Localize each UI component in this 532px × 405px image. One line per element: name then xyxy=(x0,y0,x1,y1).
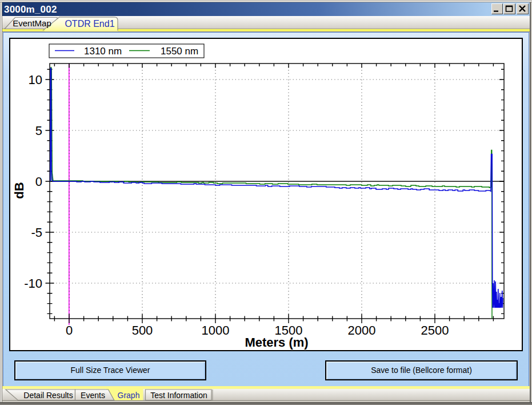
svg-text:5: 5 xyxy=(35,124,42,138)
svg-text:1000: 1000 xyxy=(202,323,230,338)
svg-text:Events: Events xyxy=(81,391,105,400)
svg-text:Test Information: Test Information xyxy=(150,391,207,400)
svg-text:1550 nm: 1550 nm xyxy=(161,46,198,57)
svg-text:500: 500 xyxy=(132,323,153,338)
svg-text:dB: dB xyxy=(12,182,26,198)
svg-text:1310 nm: 1310 nm xyxy=(84,46,122,57)
svg-text:10: 10 xyxy=(29,73,42,87)
svg-text:2500: 2500 xyxy=(421,323,449,338)
svg-text:OTDR End1: OTDR End1 xyxy=(65,19,114,29)
svg-text:0: 0 xyxy=(35,174,42,189)
svg-text:-10: -10 xyxy=(24,276,42,291)
svg-text:Meters (m): Meters (m) xyxy=(245,335,308,350)
svg-text:EventMap: EventMap xyxy=(13,18,51,28)
svg-text:Detail Results: Detail Results xyxy=(23,391,73,400)
svg-text:2000: 2000 xyxy=(348,323,376,338)
svg-text:0: 0 xyxy=(66,323,73,338)
svg-text:-5: -5 xyxy=(31,225,42,240)
svg-text:Graph: Graph xyxy=(118,391,140,400)
